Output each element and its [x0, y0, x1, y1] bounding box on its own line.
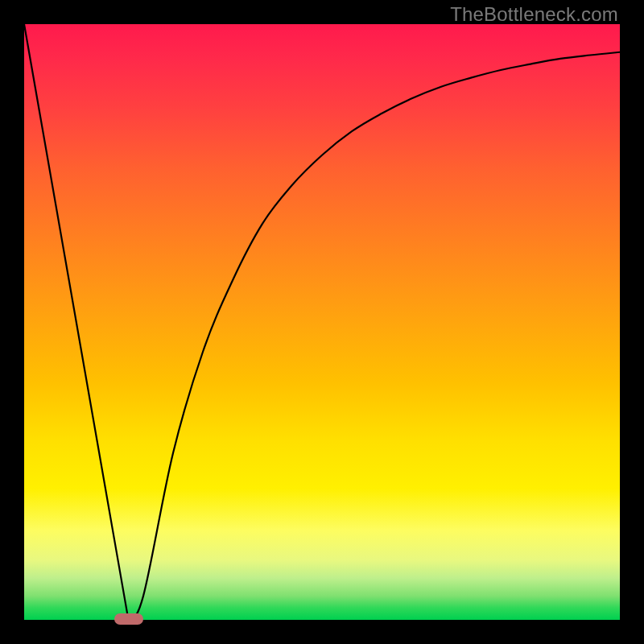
plot-area [24, 24, 620, 620]
chart-curve [24, 24, 620, 620]
minimum-marker [114, 613, 143, 625]
chart-frame: TheBottleneck.com [0, 0, 644, 644]
attribution-label: TheBottleneck.com [450, 3, 618, 26]
bottleneck-curve-path [24, 24, 620, 620]
